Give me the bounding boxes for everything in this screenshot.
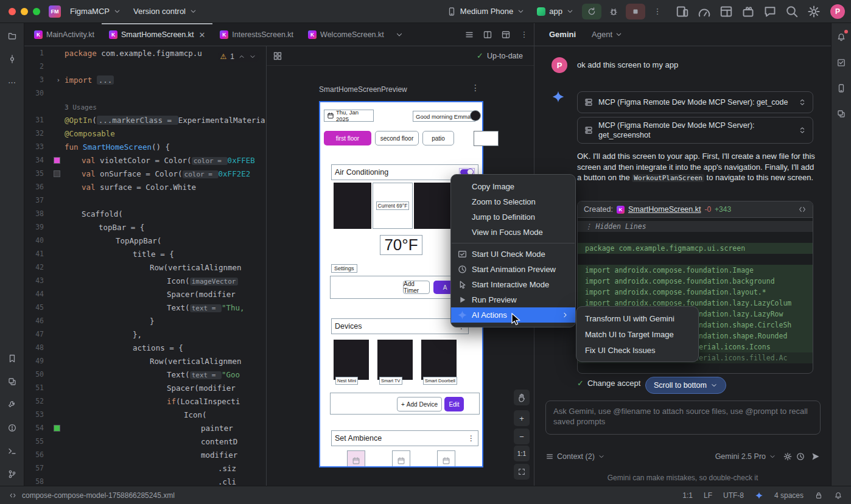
submenu-item-transform-ui-with-gemini[interactable]: Transform UI with Gemini xyxy=(576,310,698,326)
edit-button[interactable]: Edit xyxy=(444,397,464,411)
grid-view-icon[interactable] xyxy=(273,51,282,61)
close-tab-icon[interactable]: ✕ xyxy=(198,30,205,40)
tab-mainactivity-kt[interactable]: KMainActivity.kt xyxy=(27,23,102,46)
zoom-ratio[interactable]: 1:1 xyxy=(682,491,693,500)
ai-chat-icon[interactable] xyxy=(762,4,778,19)
device-card[interactable] xyxy=(421,340,457,380)
tab-agent[interactable]: Agent xyxy=(592,30,623,39)
device-mirroring-icon[interactable] xyxy=(674,4,690,19)
readonly-status-icon[interactable] xyxy=(814,491,823,500)
code-editor[interactable]: 1package com.example.figmamcp.u23›import… xyxy=(24,46,266,486)
close-window-button[interactable] xyxy=(9,8,16,15)
sidebar-bookmarks-icon[interactable] xyxy=(4,351,20,366)
menu-item-zoom-to-selection[interactable]: Zoom to Selection xyxy=(451,194,575,209)
notifications-status-icon[interactable] xyxy=(834,491,842,500)
indent-setting[interactable]: 4 spaces xyxy=(774,491,804,500)
tab-interestsscreen-kt[interactable]: KInterestsScreen.kt xyxy=(212,23,301,46)
floor-chip-second-floor[interactable]: second floor xyxy=(375,131,419,145)
chat-settings-icon[interactable] xyxy=(783,452,793,461)
pan-tool-button[interactable] xyxy=(514,390,530,405)
device-selector[interactable]: Medium Phone xyxy=(443,4,529,19)
prev-issue-icon[interactable] xyxy=(238,53,245,60)
menu-item-copy-image[interactable]: Copy Image xyxy=(451,179,575,194)
hidden-lines-row[interactable]: ⋮Hidden Lines xyxy=(578,221,813,232)
sidebar-gemini-icon[interactable] xyxy=(833,131,849,147)
zoom-in-button[interactable]: + xyxy=(514,410,530,426)
line-separator[interactable]: LF xyxy=(704,491,712,500)
zoom-reset-button[interactable]: 1:1 xyxy=(514,446,530,461)
ambience-item[interactable] xyxy=(437,450,455,467)
preview-resize-handle[interactable] xyxy=(474,131,499,146)
sidebar-running-devices-icon[interactable] xyxy=(833,80,849,96)
menu-item-view-in-focus-mode[interactable]: View in Focus Mode xyxy=(451,225,575,240)
menu-item-start-ui-check-mode[interactable]: Start UI Check Mode xyxy=(451,247,575,262)
tool-call-card[interactable]: MCP (Figma Remote Dev Mode MCP Server): … xyxy=(577,91,813,113)
context-button[interactable]: Context (2) xyxy=(557,452,595,461)
sidebar-project-folder-icon[interactable] xyxy=(4,28,20,44)
project-selector[interactable]: FigmaMCP xyxy=(66,4,125,18)
device-card[interactable] xyxy=(377,340,413,380)
search-icon[interactable] xyxy=(784,4,800,19)
hidden-tabs-chevron-icon[interactable] xyxy=(395,30,404,39)
user-avatar[interactable]: P xyxy=(830,4,845,19)
plugins-icon[interactable] xyxy=(740,4,756,19)
ambience-menu-icon[interactable]: ⋮ xyxy=(468,434,475,443)
menu-item-run-preview[interactable]: Run Preview xyxy=(451,292,575,307)
fold-arrow-icon[interactable]: › xyxy=(56,77,60,83)
preview-title[interactable]: SmartHomeScreenPreview xyxy=(319,85,407,94)
floor-chip-first-floor[interactable]: first floor xyxy=(324,131,371,145)
submenu-item-fix-ui-check-issues[interactable]: Fix UI Check Issues xyxy=(576,342,698,358)
menu-item-jump-to-definition[interactable]: Jump to Definition xyxy=(451,209,575,225)
sidebar-resource-manager-icon[interactable] xyxy=(833,106,849,122)
debug-button[interactable] xyxy=(605,4,622,19)
sidebar-git-branch-icon[interactable] xyxy=(4,466,20,482)
tool-call-card[interactable]: MCP (Figma Remote Dev Mode MCP Server): … xyxy=(577,117,813,144)
tab-gemini[interactable]: Gemini xyxy=(549,30,576,39)
device-card[interactable] xyxy=(334,340,369,380)
open-diff-icon[interactable] xyxy=(798,205,807,214)
inspections-widget[interactable]: ⚠ 1 xyxy=(218,51,259,62)
zoom-out-button[interactable]: − xyxy=(514,429,530,444)
color-swatch[interactable] xyxy=(54,170,60,177)
submenu-item-match-ui-to-target-image[interactable]: Match UI to Target Image xyxy=(576,326,698,342)
add-device-button[interactable]: + Add Device xyxy=(397,397,442,411)
model-selector[interactable]: Gemini 2.5 Pro xyxy=(715,452,766,461)
sidebar-todo-icon[interactable] xyxy=(833,55,849,71)
color-swatch[interactable] xyxy=(54,425,60,432)
tab-welcomescreen-kt[interactable]: KWelcomeScreen.kt xyxy=(301,23,391,46)
current-file-label[interactable]: compose-compose-model-1758866285245.xml xyxy=(22,491,175,500)
profile-avatar[interactable] xyxy=(470,110,481,121)
sidebar-services-icon[interactable] xyxy=(4,374,20,390)
vcs-selector[interactable]: Version control xyxy=(129,4,201,18)
send-icon[interactable] xyxy=(811,452,821,461)
more-actions-button[interactable]: ⋮ xyxy=(649,4,666,19)
ambience-item[interactable] xyxy=(347,450,365,467)
split-editor-icon[interactable] xyxy=(483,30,492,40)
add-timer-button[interactable]: Add Timer xyxy=(403,281,430,294)
sidebar-more-tools-icon[interactable]: ⋯ xyxy=(4,74,20,90)
menu-item-ai-actions[interactable]: AI Actions xyxy=(451,307,575,323)
profiler-icon[interactable] xyxy=(696,4,712,19)
run-button[interactable] xyxy=(582,4,601,19)
scroll-to-bottom-button[interactable]: Scroll to bottom xyxy=(645,377,726,394)
encoding[interactable]: UTF-8 xyxy=(723,491,744,500)
next-issue-icon[interactable] xyxy=(249,53,256,60)
window-layout-icon[interactable] xyxy=(718,4,734,19)
chat-input[interactable]: Ask Gemini, use @filename to attach sour… xyxy=(545,401,821,435)
tab-smarthomescreen-kt[interactable]: KSmartHomeScreen.kt✕ xyxy=(102,23,212,46)
ambience-item[interactable] xyxy=(392,450,410,467)
maximize-window-button[interactable] xyxy=(33,8,40,15)
settings-icon[interactable] xyxy=(806,4,822,19)
more-options-icon[interactable]: ⋮ xyxy=(519,30,529,40)
run-config-selector[interactable]: app xyxy=(533,4,578,18)
editor-list-icon[interactable] xyxy=(464,30,474,40)
sidebar-commit-icon[interactable] xyxy=(4,51,20,67)
created-file-link[interactable]: SmartHomeScreen.kt xyxy=(628,205,701,214)
sidebar-notifications-icon[interactable] xyxy=(833,29,849,45)
chat-history-icon[interactable] xyxy=(796,452,805,461)
gemini-status-icon[interactable] xyxy=(755,491,763,500)
sidebar-problems-icon[interactable] xyxy=(4,420,20,436)
floor-chip-patio[interactable]: patio xyxy=(422,131,454,145)
layout-icon[interactable] xyxy=(501,30,511,40)
minimize-window-button[interactable] xyxy=(21,8,28,15)
